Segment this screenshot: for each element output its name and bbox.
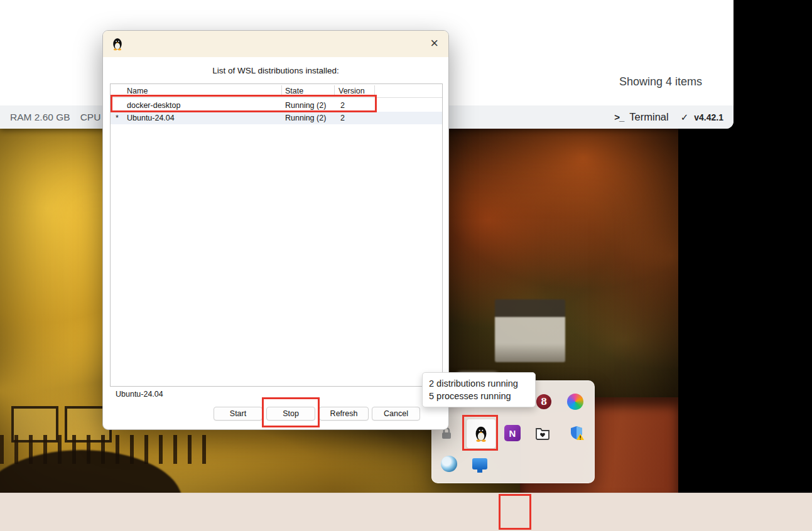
row-ubuntu[interactable]: * Ubuntu-24.04 Running (2) 2 — [111, 112, 442, 124]
dolphin-disc-icon[interactable] — [441, 456, 457, 472]
wsl-tux-tray-icon[interactable] — [467, 419, 495, 448]
distro-name: Ubuntu-24.04 — [127, 114, 175, 122]
wsl-status-tooltip: 2 distributions running 5 processes runn… — [422, 372, 536, 407]
terminal-label: Terminal — [629, 111, 668, 123]
display-icon[interactable] — [472, 456, 488, 472]
terminal-prompt-icon: >_ — [614, 112, 624, 122]
row-docker-desktop[interactable]: docker-desktop Running (2) 2 — [111, 99, 442, 112]
selected-distro-label: Ubuntu-24.04 — [116, 390, 163, 399]
dialog-heading: List of WSL distributions installed: — [103, 66, 448, 75]
column-state: State — [285, 87, 303, 95]
cancel-button[interactable]: Cancel — [372, 407, 420, 421]
check-icon: ✓ — [681, 112, 689, 123]
onenote-icon[interactable]: N — [504, 425, 521, 441]
refresh-button[interactable]: Refresh — [319, 407, 369, 421]
version-label: v4.42.1 — [694, 112, 723, 122]
distro-state: Running (2) — [285, 114, 326, 122]
column-name: Name — [127, 87, 148, 95]
desktop: Showing 4 items RAM 2.60 GB CPU 0 >_ Ter… — [0, 0, 812, 531]
showing-items-label: Showing 4 items — [619, 75, 702, 88]
distro-state: Running (2) — [285, 101, 326, 110]
distro-version: 2 — [340, 101, 345, 110]
tux-icon — [110, 36, 125, 51]
stop-button[interactable]: Stop — [266, 407, 315, 421]
distro-version: 2 — [340, 114, 345, 122]
default-marker: * — [116, 114, 119, 122]
defender-warning-icon[interactable] — [568, 425, 585, 441]
dialog-titlebar[interactable]: × — [103, 31, 448, 57]
photo-house — [495, 299, 565, 362]
red-eight-tray-icon[interactable]: 8 — [536, 394, 552, 410]
folder-heart-icon[interactable] — [534, 425, 551, 441]
taskbar: 8 FZ 64 — [0, 493, 812, 531]
copilot-icon[interactable] — [567, 394, 583, 410]
wsl-manager-dialog: × List of WSL distributions installed: N… — [102, 30, 449, 430]
close-icon[interactable]: × — [430, 35, 438, 52]
list-header: Name State Version — [111, 84, 442, 98]
distro-name: docker-desktop — [127, 101, 180, 110]
ram-usage-label: RAM 2.60 GB — [10, 112, 70, 123]
tooltip-line-1: 2 distributions running — [429, 377, 529, 390]
tooltip-line-2: 5 processes running — [429, 390, 529, 402]
distribution-list: Name State Version docker-desktop Runnin… — [110, 83, 443, 387]
column-version: Version — [338, 87, 365, 95]
start-button[interactable]: Start — [214, 407, 263, 421]
